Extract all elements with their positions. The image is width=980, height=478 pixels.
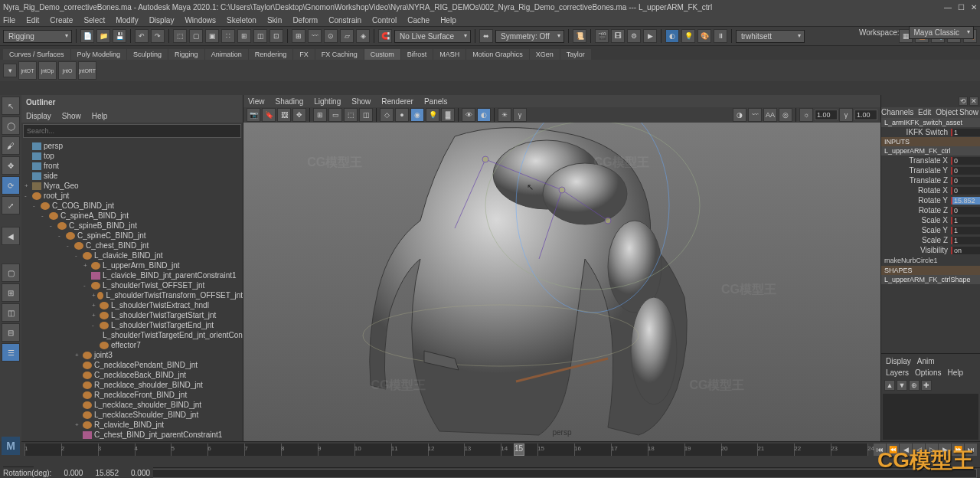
shelf-icon-jntOT[interactable]: jntOT [18, 61, 37, 80]
render-sequence-icon[interactable]: ▶ [643, 29, 657, 43]
vp-image-plane-icon[interactable]: 🖼 [277, 108, 291, 122]
shelf-tab-mash[interactable]: MASH [433, 49, 466, 60]
vp-menu-renderer[interactable]: Renderer [381, 97, 413, 106]
open-scene-icon[interactable]: 📁 [96, 29, 110, 43]
vp-gate-mask-icon[interactable]: ◫ [359, 108, 373, 122]
symmetry-dropdown[interactable]: Symmetry: Off [495, 30, 564, 43]
attr-value[interactable]: 1 [951, 227, 980, 234]
ikfk-value[interactable]: 1 [951, 129, 980, 136]
snap-grid-icon[interactable]: ⊞ [292, 29, 305, 43]
layer-opt-help[interactable]: Help [947, 368, 963, 377]
tree-item[interactable]: +L_shoulderTwistExtract_hndl [21, 300, 243, 310]
module-dropdown[interactable]: Rigging [3, 30, 72, 43]
menu-select[interactable]: Select [83, 16, 105, 25]
vp-isolate-icon[interactable]: 👁 [462, 108, 475, 122]
attr-value[interactable]: 0 [951, 207, 980, 214]
attr-row[interactable]: Scale X1 [881, 215, 980, 225]
undo-icon[interactable]: ↶ [135, 29, 149, 43]
cb-close-icon[interactable]: ✕ [969, 97, 978, 106]
vp-ao-icon[interactable]: ◑ [733, 108, 746, 122]
tree-item[interactable]: top [21, 151, 243, 161]
menu-skin[interactable]: Skin [267, 16, 282, 25]
vp-bookmark-icon[interactable]: 🔖 [262, 108, 276, 122]
menu-deform[interactable]: Deform [292, 16, 318, 25]
shelf-tab-custom[interactable]: Custom [364, 49, 400, 60]
menu-constrain[interactable]: Constrain [328, 16, 361, 25]
tree-item[interactable]: -C_spineC_BIND_jnt [21, 231, 243, 241]
tree-item[interactable]: +L_shoulderTwistTransform_OFFSET_jnt [21, 290, 243, 300]
cb-tab-object[interactable]: Object [936, 107, 958, 118]
construction-history-icon[interactable]: 📜 [573, 29, 586, 43]
outliner-menu-display[interactable]: Display [26, 112, 51, 120]
shelf-tab-curvessurfaces[interactable]: Curves / Surfaces [3, 49, 70, 60]
move-tool[interactable]: ✥ [2, 156, 20, 175]
tree-item[interactable]: -C_COG_BIND_jnt [21, 201, 243, 211]
shelf-icon-jntORT[interactable]: jntORT [78, 61, 96, 80]
cb-tab-edit[interactable]: Edit [913, 107, 936, 118]
viewport-3d-view[interactable]: ↖ persp CG模型王 CG模型王 CG模型王 CG模型王 CG模型王 [243, 123, 880, 441]
tree-item[interactable]: C_necklacePendant_BIND_jnt [21, 360, 243, 370]
vp-wireframe-icon[interactable]: ◇ [380, 108, 394, 122]
vp-xray-icon[interactable]: ◐ [477, 108, 491, 122]
redo-icon[interactable]: ↷ [151, 29, 165, 43]
close-icon[interactable]: ✕ [971, 3, 977, 11]
attr-row[interactable]: Translate Z0 [881, 175, 980, 185]
cb-node-name[interactable]: L_upperARM_FK_ctrl [881, 146, 980, 156]
vp-gamma-icon[interactable]: γ [513, 108, 527, 122]
last-tool[interactable]: ◀ [2, 227, 20, 245]
attr-value[interactable]: 0 [951, 167, 980, 175]
minimize-icon[interactable]: — [944, 3, 952, 11]
time-slider[interactable]: 15 1234567891011121314151617181920212223… [21, 441, 980, 457]
tree-item[interactable]: L_clavicle_BIND_jnt_parentConstraint1 [21, 270, 243, 280]
attr-row[interactable]: Translate Y0 [881, 165, 980, 175]
tree-item[interactable]: -L_shoulderTwistTargetEnd_jnt [21, 320, 243, 330]
tree-item[interactable]: -C_chest_BIND_jnt [21, 241, 243, 250]
vp-menu-show[interactable]: Show [351, 97, 371, 106]
attr-row[interactable]: Visibilityon [881, 245, 980, 255]
menu-cache[interactable]: Cache [407, 16, 430, 25]
vp-grid-icon[interactable]: ⊞ [313, 108, 327, 122]
cb-extra-node[interactable]: makeNurbCircle1 [881, 255, 980, 266]
vp-use-lights-icon[interactable]: 💡 [426, 108, 439, 122]
paint-select-tool[interactable]: 🖌 [2, 136, 20, 155]
vp-gamma-field[interactable] [854, 110, 877, 120]
rotate-tool[interactable]: ⟳ [2, 176, 20, 195]
select-vertex-icon[interactable]: ∷ [221, 29, 235, 43]
vp-motion-blur-icon[interactable]: 〰 [748, 108, 762, 122]
menu-create[interactable]: Create [50, 16, 73, 25]
vp-dof-icon[interactable]: ◎ [779, 108, 792, 122]
shelf-icon-jntOp[interactable]: jntOp [38, 61, 57, 80]
tree-item[interactable]: +Nyra_Geo [21, 181, 243, 191]
attr-row[interactable]: Rotate X0 [881, 185, 980, 195]
tree-item[interactable]: -L_clavicle_BIND_jnt [21, 250, 243, 260]
layer-tab-display[interactable]: Display [886, 357, 911, 365]
layer-opt-options[interactable]: Options [915, 368, 941, 377]
vp-shadows-icon[interactable]: ▓ [441, 108, 455, 122]
vp-textured-icon[interactable]: ◉ [410, 108, 424, 122]
workspace-selector[interactable]: Workspace: Maya Classic [859, 26, 974, 39]
two-pane-v-icon[interactable]: ◫ [2, 303, 20, 322]
vp-film-gate-icon[interactable]: ▭ [328, 108, 342, 122]
select-object-icon[interactable]: ▢ [189, 29, 203, 43]
attr-row[interactable]: Scale Y1 [881, 225, 980, 235]
snap-live-icon[interactable]: ◈ [356, 29, 370, 43]
vp-smooth-shade-icon[interactable]: ● [395, 108, 409, 122]
tree-item[interactable]: R_necklace_shoulder_BIND_jnt [21, 380, 243, 390]
ipr-render-icon[interactable]: 🎞 [611, 29, 625, 43]
tree-item[interactable]: -C_spineA_BIND_jnt [21, 211, 243, 221]
tree-item[interactable]: front [21, 161, 243, 171]
snap-plane-icon[interactable]: ▱ [340, 29, 354, 43]
layer-list[interactable] [883, 394, 978, 440]
vp-menu-panels[interactable]: Panels [424, 97, 448, 106]
vp-aa-icon[interactable]: AA [763, 108, 777, 122]
select-edge-icon[interactable]: ⊞ [237, 29, 251, 43]
vp-exposure-val-icon[interactable]: ☼ [799, 108, 813, 122]
layer-add-selected-icon[interactable]: ⊕ [909, 380, 920, 391]
outliner-menu-help[interactable]: Help [92, 112, 108, 120]
maya-logo-icon[interactable]: M [2, 437, 20, 455]
attr-row[interactable]: Rotate Y15.852 [881, 195, 980, 205]
snap-curve-icon[interactable]: 〰 [308, 29, 322, 43]
four-pane-icon[interactable]: ⊞ [2, 283, 20, 302]
select-hierarchy-icon[interactable]: ⬚ [173, 29, 187, 43]
render-frame-icon[interactable]: 🎬 [595, 29, 609, 43]
